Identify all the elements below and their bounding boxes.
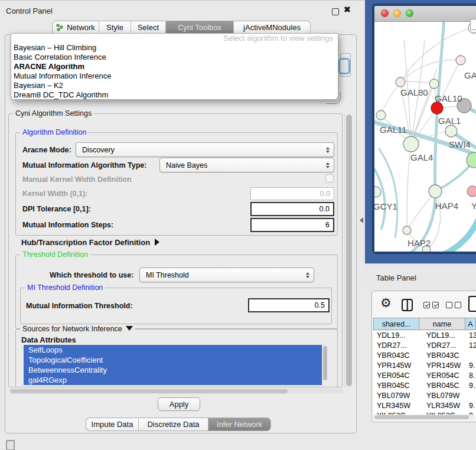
zoom-traffic-light[interactable] xyxy=(406,9,413,17)
table-cell[interactable]: YLR345W xyxy=(426,401,460,411)
dpi-tolerance-field[interactable]: 0.0 xyxy=(250,202,334,216)
tab-network-label: Network xyxy=(67,23,95,32)
node[interactable] xyxy=(456,56,465,65)
node[interactable] xyxy=(467,186,476,197)
tab-impute-data[interactable]: Impute Data xyxy=(86,418,139,431)
kernel-width-field[interactable]: 0.0 xyxy=(250,187,334,200)
table-cell[interactable]: YDL19... xyxy=(426,331,455,341)
column-header-sharedname[interactable]: shared... xyxy=(373,318,419,330)
table-cell[interactable]: YBL079W xyxy=(377,391,410,401)
float-window-icon[interactable] xyxy=(332,8,339,15)
table-cell[interactable]: 9. xyxy=(469,401,475,411)
network-window-titlebar[interactable] xyxy=(374,6,476,22)
dropdown-item[interactable]: Mutual Information Inference xyxy=(11,71,338,81)
network-graph[interactable] xyxy=(374,22,476,252)
table-cell[interactable]: YBR045C xyxy=(377,381,410,391)
tab-select[interactable]: Select xyxy=(131,21,166,34)
table-cell[interactable]: 13 xyxy=(469,331,476,341)
which-threshold-label: Which threshold to use: xyxy=(50,271,133,279)
settings-vertical-scrollbar-thumb[interactable] xyxy=(346,115,352,386)
hub-definition-disclosure[interactable]: Hub/Transcription Factor Definition xyxy=(21,238,159,247)
node[interactable] xyxy=(396,77,405,87)
table-cell[interactable]: YBL079W xyxy=(426,391,459,401)
export-table-icon[interactable] xyxy=(468,296,476,312)
dropdown-item[interactable]: Basic Correlation Inference xyxy=(11,53,338,62)
mi-threshold-field[interactable]: 0.5 xyxy=(248,298,330,312)
table-cell[interactable]: YDR27... xyxy=(377,341,407,351)
collapsed-panel-icon[interactable] xyxy=(6,440,15,450)
table-cell[interactable]: YPR145W xyxy=(377,361,411,371)
attribute-item[interactable]: gal4RGexp xyxy=(24,375,322,385)
attributes-list-scrollbar-thumb[interactable] xyxy=(323,346,327,380)
table-cell[interactable]: YBR043C xyxy=(377,351,410,361)
tab-network[interactable]: Network xyxy=(52,21,99,34)
aracne-mode-select[interactable]: Discovery xyxy=(76,142,334,157)
table-cell[interactable]: YPR145W xyxy=(426,361,461,371)
splitter-handle-icon[interactable] xyxy=(360,217,363,223)
close-traffic-light[interactable] xyxy=(381,9,389,17)
tab-cyni-toolbox[interactable]: Cyni Toolbox xyxy=(166,21,234,34)
table-cell[interactable]: YDR27... xyxy=(426,341,457,351)
attributes-list-scrollbar[interactable] xyxy=(322,345,328,385)
settings-horizontal-scrollbar-thumb[interactable] xyxy=(10,389,288,393)
node[interactable] xyxy=(445,125,457,137)
control-panel-title: Control Panel xyxy=(6,6,53,15)
checked-checkbox-icon[interactable] xyxy=(432,302,439,308)
network-scrollbar-fragment[interactable] xyxy=(470,19,476,30)
columns-icon[interactable] xyxy=(402,299,413,311)
column-header-cut[interactable]: A xyxy=(465,318,476,330)
tab-discretize-data[interactable]: Discretize Data xyxy=(139,418,208,431)
data-attributes-list[interactable]: SelfLoops TopologicalCoefficient Between… xyxy=(24,345,322,385)
table-cell[interactable]: YBR043C xyxy=(426,351,459,361)
attribute-item[interactable]: BetweennessCentrality xyxy=(24,365,322,375)
node[interactable] xyxy=(403,136,419,152)
dropdown-item-selected[interactable]: ARACNE Algorithm xyxy=(11,62,338,71)
node[interactable] xyxy=(467,152,476,168)
minimize-traffic-light[interactable] xyxy=(393,9,401,17)
table-cell[interactable]: 9. xyxy=(469,361,475,371)
unchecked-checkbox-icon[interactable] xyxy=(446,302,452,308)
dropdown-item[interactable]: Bayesian – Hill Climbing xyxy=(11,43,338,53)
node-selected-red[interactable] xyxy=(431,102,443,114)
node[interactable] xyxy=(429,79,439,89)
tab-jactivemnodules[interactable]: jActiveMNodules xyxy=(234,21,311,34)
table-cell[interactable]: YER054C xyxy=(426,371,459,381)
attribute-item[interactable]: SelfLoops xyxy=(24,345,322,355)
gear-icon[interactable]: ⚙ xyxy=(380,296,392,310)
manual-kernel-width-checkbox[interactable] xyxy=(325,174,334,182)
table-cell[interactable]: 8. xyxy=(469,371,475,381)
table-horizontal-scrollbar[interactable] xyxy=(374,415,475,420)
table-horizontal-scrollbar-thumb[interactable] xyxy=(374,415,469,419)
node[interactable] xyxy=(403,226,411,234)
table-cell[interactable]: YDL19... xyxy=(377,331,406,341)
node[interactable] xyxy=(429,185,442,198)
network-canvas[interactable]: GAL7 GAL80 GAL10 GAL1 GAL11 SWI4 GAL4 GC… xyxy=(374,22,476,252)
node[interactable] xyxy=(374,187,381,197)
checked-checkbox-icon[interactable] xyxy=(423,302,430,308)
table-cell[interactable]: 9. xyxy=(469,381,475,391)
node[interactable] xyxy=(376,110,386,120)
unchecked-checkbox-icon[interactable] xyxy=(455,302,461,308)
close-icon[interactable]: ✖ xyxy=(344,5,351,14)
column-header-name[interactable]: name xyxy=(419,318,465,330)
mi-steps-field[interactable]: 6 xyxy=(250,218,334,232)
mi-algorithm-type-select[interactable]: Naive Bayes xyxy=(159,158,334,172)
screen: Control Panel ✖ Network Style Select Cyn… xyxy=(0,0,476,450)
sources-disclosure[interactable]: Sources for Network Inference xyxy=(20,325,135,333)
table-cell[interactable]: YER054C xyxy=(377,371,410,381)
apply-button[interactable]: Apply xyxy=(158,397,200,411)
table-cell[interactable]: YLR345W xyxy=(377,401,410,411)
node-label: GAL80 xyxy=(400,87,428,97)
tab-style[interactable]: Style xyxy=(99,21,131,34)
dropdown-item[interactable]: Dream8 DC_TDC Algorithm xyxy=(11,90,338,100)
settings-vertical-scrollbar[interactable] xyxy=(344,114,353,388)
which-threshold-select[interactable]: MI Threshold xyxy=(139,268,314,282)
table-cell[interactable]: 12 xyxy=(469,341,476,351)
settings-horizontal-scrollbar[interactable] xyxy=(9,389,344,394)
attribute-item[interactable]: TopologicalCoefficient xyxy=(24,355,322,365)
table-cell[interactable]: YBR045C xyxy=(426,381,459,391)
dropdown-item[interactable]: Bayesian – K2 xyxy=(11,81,338,90)
mi-steps-label: Mutual Information Steps: xyxy=(22,221,113,229)
tab-infer-network[interactable]: Infer Network xyxy=(208,418,271,431)
table-body[interactable]: YDL19... YDL19... 13 YDR27... YDR27... 1… xyxy=(373,331,476,415)
